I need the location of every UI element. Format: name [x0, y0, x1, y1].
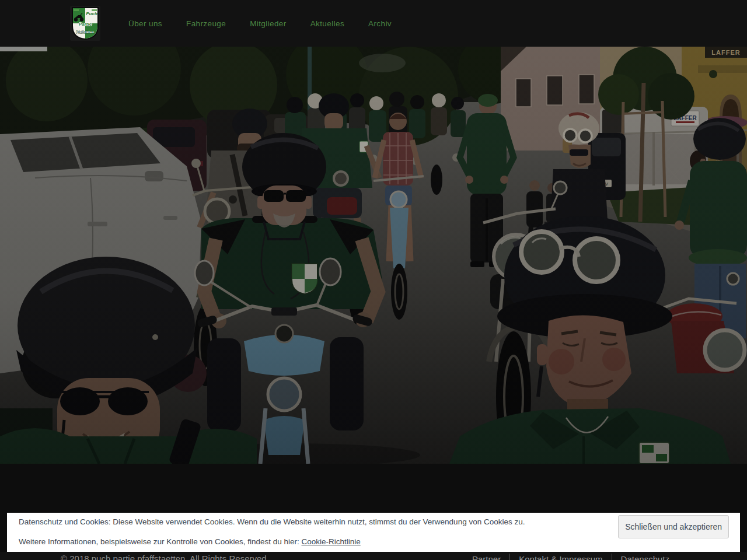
footer-link-kontakt[interactable]: Kontakt & Impressum — [509, 554, 611, 560]
footer-link-partner[interactable]: Partner — [463, 554, 509, 560]
hero-slider: LAFFER LAFFER — [0, 47, 747, 464]
footer-links: Partner Kontakt & Impressum Datenschutz — [463, 554, 678, 560]
nav-item-aktuelles[interactable]: Aktuelles — [310, 19, 344, 28]
top-nav: Puch Partie Pfaffstätten Über uns Fahrze… — [0, 0, 747, 47]
cookie-policy-link[interactable]: Cookie-Richtlinie — [302, 537, 361, 546]
cookie-message-line1: Datenschutz und Cookies: Diese Website v… — [19, 517, 525, 526]
site-logo[interactable]: Puch Partie Pfaffstätten — [70, 6, 100, 41]
nav-item-fahrzeuge[interactable]: Fahrzeuge — [186, 19, 226, 28]
footer-link-datenschutz[interactable]: Datenschutz — [612, 554, 678, 560]
crest-word-pfaffstaetten: Pfaffstätten — [76, 30, 95, 34]
cookie-message-line2-text: Weitere Informationen, beispielsweise zu… — [19, 537, 302, 546]
cookie-banner: Datenschutz und Cookies: Diese Website v… — [7, 513, 740, 552]
nav-item-mitglieder[interactable]: Mitglieder — [250, 19, 287, 28]
hero-photo: LAFFER LAFFER — [0, 47, 747, 464]
main-nav: Über uns Fahrzeuge Mitglieder Aktuelles … — [128, 19, 392, 28]
copyright-text: © 2018 puch partie pfaffstaetten. All Ri… — [61, 554, 269, 560]
photo-dark-overlay — [0, 47, 747, 464]
footer: © 2018 puch partie pfaffstaetten. All Ri… — [0, 552, 747, 560]
crest-word-puch: Puch — [86, 11, 97, 16]
cookie-accept-button[interactable]: Schließen und akzeptieren — [618, 515, 729, 538]
page: Puch Partie Pfaffstätten Über uns Fahrze… — [0, 0, 747, 560]
nav-item-archiv[interactable]: Archiv — [368, 19, 392, 28]
crest-word-partie: Partie — [79, 22, 92, 27]
nav-item-ueber-uns[interactable]: Über uns — [128, 19, 162, 28]
slider-progress-bar — [0, 47, 47, 51]
cookie-message-line2: Weitere Informationen, beispielsweise zu… — [19, 537, 361, 546]
